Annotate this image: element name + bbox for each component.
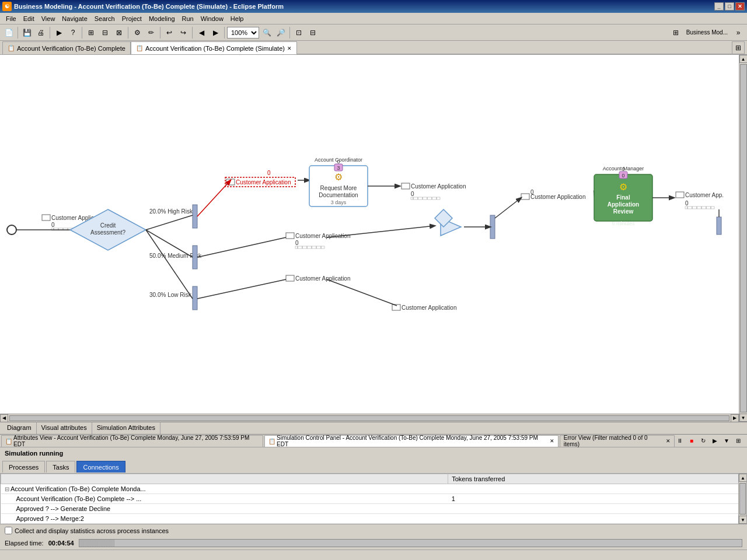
run-button[interactable]: ▶ — [53, 26, 65, 39]
tab-close-simulate[interactable]: ✕ — [287, 46, 292, 51]
menu-window[interactable]: Window — [197, 14, 227, 23]
maximize-button[interactable]: □ — [725, 2, 734, 10]
tab-sim-close[interactable]: ✕ — [550, 438, 554, 444]
menu-project[interactable]: Project — [118, 14, 145, 23]
table-row[interactable]: ⊟ Account Verification (To-Be) Complete … — [1, 484, 746, 494]
sim-maximize-button[interactable]: ⊞ — [733, 436, 743, 446]
zoom-out-button[interactable]: 🔎 — [274, 26, 287, 39]
svg-text:Customer App...: Customer App... — [685, 192, 724, 198]
elapsed-progress-segments — [79, 540, 742, 547]
low-risk-label: 30.0% Low Risk — [149, 292, 192, 298]
diagram-scrollbar-v[interactable]: ▲ ▼ — [739, 55, 747, 422]
diagram-scrollbar-h[interactable]: ◀ ▶ — [0, 414, 739, 422]
tab-simulation-attributes[interactable]: Simulation Attributes — [92, 421, 160, 434]
table-scroll-up[interactable]: ▲ — [739, 474, 747, 482]
tab-account-verification[interactable]: 📋 Account Verification (To-Be) Complete — [2, 41, 131, 54]
full-button[interactable]: ⊟ — [306, 26, 319, 39]
table-scroll-down[interactable]: ▼ — [739, 516, 747, 524]
row-label-1: Account Verification (To-Be) Complete Mo… — [11, 485, 146, 492]
svg-rect-37 — [402, 183, 410, 189]
scroll-left-button[interactable]: ◀ — [0, 414, 8, 422]
menu-help[interactable]: Help — [227, 14, 247, 23]
more-button[interactable]: » — [732, 26, 745, 39]
new-button[interactable]: 📄 — [2, 26, 15, 39]
table-row[interactable]: Approved ? --> Merge:2 — [1, 514, 746, 524]
zoom-select[interactable]: 100% 75% 150% — [227, 27, 259, 38]
sim-table: Tokens transferred ⊟ Account Verificatio… — [1, 474, 746, 524]
sim-tab-processes[interactable]: Processes — [2, 461, 45, 473]
table-scrollbar-v[interactable]: ▲ ▼ — [738, 474, 746, 524]
tab-simulate[interactable]: 📋 Account Verification (To-Be) Complete … — [131, 41, 297, 54]
tab-attributes-view[interactable]: 📋 Attributes View - Account Verification… — [1, 435, 263, 447]
menu-run[interactable]: Run — [179, 14, 197, 23]
sim-menu-button[interactable]: ▼ — [721, 436, 732, 446]
forward-button[interactable]: ▶ — [209, 26, 222, 39]
sim-stop-button[interactable]: ■ — [686, 436, 697, 446]
tab-attributes-view-icon: 📋 — [5, 438, 12, 444]
tab-sim-icon: 📋 — [268, 438, 275, 444]
undo-button[interactable]: ↩ — [163, 26, 176, 39]
sim-fast-button[interactable]: ▶ — [710, 436, 720, 446]
scroll-down-button[interactable]: ▼ — [739, 414, 748, 422]
redo-button[interactable]: ↪ — [177, 26, 190, 39]
layout2-button[interactable]: ⊟ — [99, 26, 111, 39]
tree-expand-1[interactable]: ⊟ — [5, 486, 9, 492]
sim-tab-tasks[interactable]: Tasks — [46, 461, 75, 473]
sim-step-button[interactable]: ↻ — [698, 436, 708, 446]
svg-rect-50 — [295, 246, 324, 249]
tab-error-view[interactable]: Error View (Filter matched 0 of 0 items)… — [560, 435, 675, 447]
minimize-button[interactable]: _ — [714, 2, 724, 10]
svg-text:Application: Application — [608, 201, 639, 208]
help-button[interactable]: ? — [67, 26, 79, 39]
save-button[interactable]: 💾 — [20, 26, 33, 39]
editor-tab-bar: 📋 Account Verification (To-Be) Complete … — [0, 41, 747, 55]
tab-error-label: Error View (Filter matched 0 of 0 items) — [564, 435, 664, 447]
menu-edit[interactable]: Edit — [20, 14, 38, 23]
sim-pause-button[interactable]: ⏸ — [675, 436, 685, 446]
scroll-thumb-h[interactable] — [9, 415, 729, 421]
layout1-button[interactable]: ⊞ — [85, 26, 97, 39]
menu-navigate[interactable]: Navigate — [58, 14, 90, 23]
menu-view[interactable]: View — [38, 14, 59, 23]
menu-search[interactable]: Search — [91, 14, 118, 23]
sim-tab-connections-label: Connections — [83, 464, 118, 471]
tool1-button[interactable]: ⚙ — [131, 26, 144, 39]
tab-visual-attributes-label: Visual attributes — [41, 424, 87, 431]
tool2-button[interactable]: ✏ — [145, 26, 158, 39]
table-scroll-thumb[interactable] — [739, 483, 746, 514]
fit-button[interactable]: ⊡ — [292, 26, 305, 39]
business-mod-button[interactable]: Business Mod... — [683, 26, 731, 39]
svg-text:0: 0 — [267, 170, 271, 176]
table-row[interactable]: Approved ? --> Generate Decline — [1, 504, 746, 514]
col-name-header — [1, 474, 448, 484]
perspective-button[interactable]: ⊞ — [669, 26, 682, 39]
zoom-in-button[interactable]: 🔍 — [260, 26, 273, 39]
scroll-right-button[interactable]: ▶ — [731, 414, 739, 422]
row-name-3: Approved ? --> Generate Decline — [1, 504, 448, 514]
svg-text:Final: Final — [616, 194, 630, 201]
close-button[interactable]: ✕ — [735, 2, 745, 10]
print-button[interactable]: 🖨 — [34, 26, 47, 39]
svg-text:⚙: ⚙ — [334, 172, 343, 182]
svg-text:5 minutes: 5 minutes — [612, 220, 635, 226]
row-name-1: ⊟ Account Verification (To-Be) Complete … — [1, 484, 448, 494]
layout3-button[interactable]: ⊠ — [113, 26, 125, 39]
back-button[interactable]: ◀ — [195, 26, 208, 39]
tab-diagram[interactable]: Diagram — [2, 421, 37, 434]
svg-text:0: 0 — [685, 200, 689, 206]
maximize-editor-button[interactable]: ⊞ — [732, 41, 745, 54]
elapsed-progress-track — [79, 539, 742, 547]
scroll-thumb-v[interactable] — [740, 64, 747, 412]
window-controls[interactable]: _ □ ✕ — [714, 2, 745, 10]
tab-error-close[interactable]: ✕ — [666, 438, 671, 444]
table-row[interactable]: Account Verification (To-Be) Complete --… — [1, 494, 746, 504]
sim-tab-processes-label: Processes — [9, 464, 39, 471]
tab-visual-attributes[interactable]: Visual attributes — [37, 421, 92, 434]
statistics-checkbox[interactable] — [5, 527, 12, 534]
sim-tab-connections[interactable]: Connections — [76, 461, 125, 473]
menu-file[interactable]: File — [2, 14, 20, 23]
tab-sim-control-panel[interactable]: 📋 Simulation Control Panel - Account Ver… — [264, 435, 558, 447]
sim-table-container: Tokens transferred ⊟ Account Verificatio… — [0, 473, 747, 524]
scroll-up-button[interactable]: ▲ — [739, 55, 748, 63]
menu-modeling[interactable]: Modeling — [145, 14, 179, 23]
